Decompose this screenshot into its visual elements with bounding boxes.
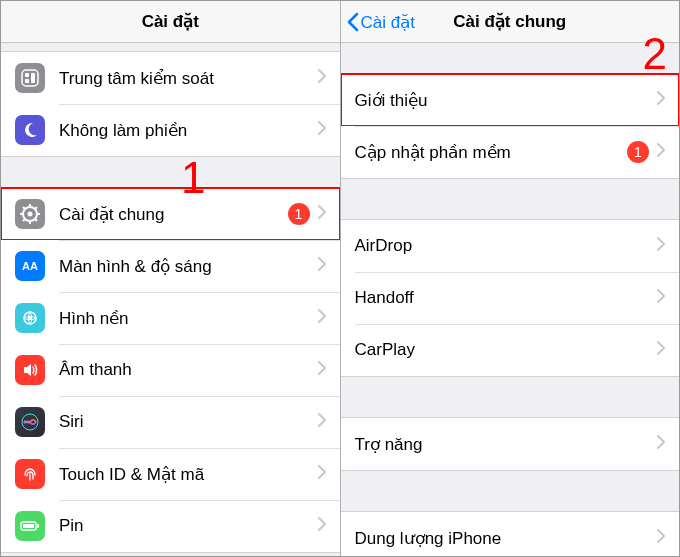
svg-rect-1 — [25, 73, 29, 77]
row-touchid[interactable]: Touch ID & Mật mã — [1, 448, 340, 500]
svg-rect-2 — [31, 73, 35, 83]
row-label: AirDrop — [355, 236, 658, 256]
row-handoff[interactable]: Handoff — [341, 272, 680, 324]
row-wallpaper[interactable]: Hình nền — [1, 292, 340, 344]
row-sound[interactable]: Âm thanh — [1, 344, 340, 396]
row-label: Touch ID & Mật mã — [59, 464, 318, 485]
chevron-right-icon — [657, 529, 665, 547]
chevron-right-icon — [318, 413, 326, 431]
nav-title: Cài đặt — [142, 11, 199, 32]
chevron-right-icon — [318, 465, 326, 483]
gear-icon — [15, 199, 45, 229]
row-battery[interactable]: Pin — [1, 500, 340, 552]
chevron-right-icon — [318, 69, 326, 87]
chevron-right-icon — [318, 517, 326, 535]
general-group-1: Giới thiệu Cập nhật phần mềm 1 — [341, 73, 680, 179]
row-label: Trợ năng — [355, 434, 658, 455]
speaker-icon — [15, 355, 45, 385]
row-label: Âm thanh — [59, 360, 318, 380]
moon-icon — [15, 115, 45, 145]
chevron-right-icon — [657, 289, 665, 307]
row-software-update[interactable]: Cập nhật phần mềm 1 — [341, 126, 680, 178]
control-center-icon — [15, 63, 45, 93]
fingerprint-icon — [15, 459, 45, 489]
back-label: Cài đặt — [361, 12, 415, 33]
svg-text:AA: AA — [22, 260, 38, 272]
chevron-right-icon — [657, 143, 665, 161]
svg-line-13 — [23, 219, 25, 221]
svg-rect-19 — [23, 524, 34, 528]
general-group-3: Trợ năng — [341, 417, 680, 471]
row-label: Giới thiệu — [355, 90, 658, 111]
general-group-2: AirDrop Handoff CarPlay — [341, 219, 680, 377]
row-display[interactable]: AA Màn hình & độ sáng — [1, 240, 340, 292]
svg-rect-3 — [25, 79, 29, 83]
wallpaper-icon — [15, 303, 45, 333]
battery-icon — [15, 511, 45, 541]
row-label: Hình nền — [59, 308, 318, 329]
settings-pane: Cài đặt Trung tâm kiểm soát Không làm ph… — [1, 1, 341, 556]
row-control-center[interactable]: Trung tâm kiểm soát — [1, 52, 340, 104]
row-label: Dung lượng iPhone — [355, 528, 658, 549]
general-pane: Cài đặt Cài đặt chung 2 Giới thiệu Cập n… — [341, 1, 680, 556]
display-icon: AA — [15, 251, 45, 281]
notification-badge: 1 — [627, 141, 649, 163]
row-label: Màn hình & độ sáng — [59, 256, 318, 277]
nav-bar: Cài đặt Cài đặt chung — [341, 1, 680, 43]
chevron-right-icon — [657, 341, 665, 359]
back-button[interactable]: Cài đặt — [347, 1, 415, 43]
row-label: Cài đặt chung — [59, 204, 288, 225]
chevron-right-icon — [318, 361, 326, 379]
svg-line-10 — [23, 207, 25, 209]
row-label: Handoff — [355, 288, 658, 308]
settings-group-1: Trung tâm kiểm soát Không làm phiền — [1, 51, 340, 157]
svg-line-11 — [35, 219, 37, 221]
settings-group-2: Cài đặt chung 1 AA Màn hình & độ sáng Hì… — [1, 187, 340, 553]
row-carplay[interactable]: CarPlay — [341, 324, 680, 376]
chevron-right-icon — [657, 237, 665, 255]
chevron-right-icon — [657, 435, 665, 453]
chevron-right-icon — [318, 205, 326, 223]
nav-bar: Cài đặt — [1, 1, 340, 43]
chevron-right-icon — [318, 309, 326, 327]
row-general[interactable]: Cài đặt chung 1 — [1, 188, 340, 240]
svg-point-5 — [28, 212, 33, 217]
svg-rect-20 — [37, 524, 39, 528]
chevron-right-icon — [318, 257, 326, 275]
general-group-4: Dung lượng iPhone — [341, 511, 680, 556]
row-label: Cập nhật phần mềm — [355, 142, 628, 163]
svg-rect-0 — [22, 70, 38, 86]
chevron-left-icon — [347, 12, 359, 32]
row-label: Không làm phiền — [59, 120, 318, 141]
row-accessibility[interactable]: Trợ năng — [341, 418, 680, 470]
svg-line-12 — [35, 207, 37, 209]
chevron-right-icon — [657, 91, 665, 109]
notification-badge: 1 — [288, 203, 310, 225]
row-siri[interactable]: Siri — [1, 396, 340, 448]
row-label: CarPlay — [355, 340, 658, 360]
row-label: Siri — [59, 412, 318, 432]
chevron-right-icon — [318, 121, 326, 139]
row-label: Pin — [59, 516, 318, 536]
row-label: Trung tâm kiểm soát — [59, 68, 318, 89]
row-do-not-disturb[interactable]: Không làm phiền — [1, 104, 340, 156]
siri-icon — [15, 407, 45, 437]
nav-title: Cài đặt chung — [453, 11, 566, 32]
row-airdrop[interactable]: AirDrop — [341, 220, 680, 272]
row-storage[interactable]: Dung lượng iPhone — [341, 512, 680, 556]
row-about[interactable]: Giới thiệu — [341, 74, 680, 126]
